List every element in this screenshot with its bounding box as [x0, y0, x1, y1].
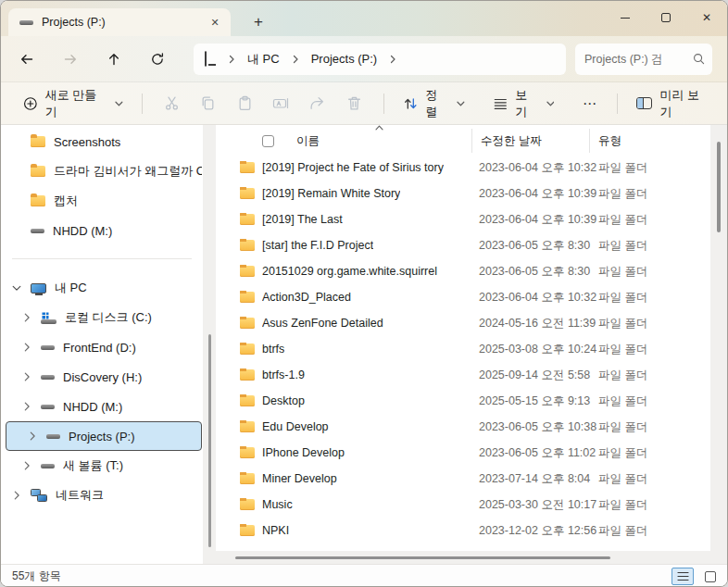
- rename-icon: [272, 95, 289, 111]
- rename-button[interactable]: [263, 88, 299, 119]
- preview-toggle-button[interactable]: 미리 보기: [629, 81, 718, 126]
- table-row[interactable]: Desktop 2025-05-15 오후 9:13 파일 폴더: [216, 388, 710, 414]
- file-name: [2019] Project he Fate of Sirius tory: [262, 161, 444, 174]
- select-all-checkbox[interactable]: [262, 135, 274, 147]
- share-button[interactable]: [299, 88, 335, 119]
- folder-icon: [240, 447, 255, 458]
- sidebar-item-screenshots[interactable]: Screenshots: [1, 127, 202, 156]
- maximize-button[interactable]: [646, 1, 686, 34]
- column-header-date[interactable]: 수정한 날짜: [471, 129, 589, 153]
- new-tab-button[interactable]: +: [245, 9, 271, 35]
- minimize-button[interactable]: [605, 1, 646, 34]
- sidebar-item-frontend-d[interactable]: FrontEnd (D:): [1, 332, 202, 362]
- horizontal-scrollbar-thumb[interactable]: [235, 556, 610, 559]
- folder-icon: [240, 499, 255, 510]
- drive-icon: [41, 405, 55, 409]
- table-row[interactable]: [star] the F.I.D Project 2023-06-05 오후 8…: [216, 232, 710, 258]
- vertical-scrollbar-track[interactable]: [710, 125, 727, 564]
- column-header-name[interactable]: 이름: [240, 129, 471, 153]
- table-row[interactable]: [2019] The Last 2023-06-04 오후 10:39 파일 폴…: [216, 206, 710, 232]
- sidebar-item-capture[interactable]: 캡처: [1, 186, 202, 216]
- table-row[interactable]: Miner Develop 2023-07-14 오후 8:04 파일 폴더: [216, 466, 710, 492]
- table-row[interactable]: [2019] Remain White Story 2023-06-04 오후 …: [216, 181, 710, 206]
- more-options-button[interactable]: ⋯: [574, 88, 605, 119]
- sort-icon: [403, 96, 419, 111]
- file-type: 파일 폴더: [589, 471, 710, 487]
- table-row[interactable]: Edu Develop 2023-06-05 오후 10:38 파일 폴더: [216, 414, 710, 440]
- chevron-right-icon[interactable]: [20, 402, 33, 411]
- table-row[interactable]: [2019] Project he Fate of Sirius tory 20…: [216, 155, 710, 181]
- drive-icon: [19, 20, 33, 25]
- details-view-button[interactable]: [672, 568, 694, 585]
- view-button[interactable]: 보기: [485, 81, 562, 126]
- sidebar-item-new-volume-t[interactable]: 새 볼륨 (T:): [1, 451, 202, 481]
- file-type: 파일 폴더: [589, 445, 710, 461]
- folder-icon: [240, 473, 255, 484]
- search-box[interactable]: [575, 44, 712, 75]
- chevron-right-icon[interactable]: [20, 461, 33, 470]
- preview-pane-icon: [636, 97, 653, 109]
- sidebar-scrollbar-thumb[interactable]: [208, 334, 211, 547]
- view-icon: [493, 96, 508, 111]
- chevron-right-icon[interactable]: [20, 343, 33, 352]
- forward-button[interactable]: [56, 44, 85, 74]
- sidebar-item-projects-p[interactable]: Projects (P:): [6, 421, 202, 451]
- toolbar-divider: [383, 94, 384, 114]
- up-button[interactable]: [99, 44, 129, 74]
- chevron-down-icon[interactable]: [10, 285, 23, 292]
- chevron-down-icon: [115, 101, 123, 106]
- breadcrumb-item-this-pc[interactable]: 내 PC: [244, 49, 283, 69]
- tab-projects[interactable]: Projects (P:) ✕: [8, 8, 231, 36]
- table-row[interactable]: btrfs 2025-03-08 오후 10:24 파일 폴더: [216, 336, 710, 362]
- sidebar-item-nhdd-m[interactable]: NHDD (M:): [1, 392, 202, 421]
- thumbnail-view-button[interactable]: [699, 568, 722, 585]
- paste-button[interactable]: [226, 88, 262, 119]
- table-row[interactable]: btrfs-1.9 2025-09-14 오전 5:58 파일 폴더: [216, 362, 710, 388]
- chevron-right-icon[interactable]: [20, 313, 33, 322]
- horizontal-scrollbar-track[interactable]: [216, 551, 710, 564]
- breadcrumb-item-projects[interactable]: Projects (P:): [308, 50, 382, 68]
- table-row[interactable]: NPKI 2023-12-02 오후 12:56 파일 폴더: [216, 518, 710, 543]
- table-row[interactable]: IPhone Develop 2023-06-05 오후 11:02 파일 폴더: [216, 440, 710, 466]
- sidebar-item-label: NHDD (M:): [63, 400, 122, 414]
- cut-button[interactable]: [154, 88, 190, 119]
- table-row[interactable]: Music 2025-03-30 오전 10:17 파일 폴더: [216, 492, 710, 518]
- sidebar-item-network[interactable]: 네트워크: [1, 481, 202, 510]
- delete-button[interactable]: [335, 88, 371, 119]
- sidebar-item-discovery-h[interactable]: DisCovery (H:): [1, 362, 202, 392]
- sidebar-item-local-disk-c[interactable]: 로컬 디스크 (C:): [1, 303, 202, 332]
- table-row[interactable]: Action3D_Placed 2023-06-04 오후 10:32 파일 폴…: [216, 284, 710, 310]
- maximize-icon: [661, 13, 671, 22]
- table-row[interactable]: 20151029 org.game.white.squirrel 2023-06…: [216, 258, 710, 284]
- back-button[interactable]: [12, 44, 42, 74]
- sidebar-scrollbar-track[interactable]: [203, 125, 216, 564]
- file-type: 파일 폴더: [589, 419, 710, 435]
- close-button[interactable]: ✕: [686, 1, 727, 34]
- chevron-right-icon[interactable]: [20, 372, 33, 381]
- sidebar-item-drama-ost[interactable]: 드라마 김비서가 왜그럴까 OST: [1, 156, 202, 186]
- tab-title: Projects (P:): [42, 16, 205, 29]
- sort-button[interactable]: 정렬: [395, 81, 472, 126]
- file-name: IPhone Develop: [262, 446, 345, 459]
- table-row[interactable]: Asus ZenFone Detailed 2024-05-16 오전 11:3…: [216, 310, 710, 336]
- trash-icon: [346, 95, 362, 111]
- column-header-type[interactable]: 유형: [589, 129, 710, 153]
- refresh-button[interactable]: [143, 44, 172, 74]
- search-input[interactable]: [584, 53, 693, 66]
- folder-icon: [240, 292, 255, 303]
- vertical-scrollbar-thumb[interactable]: [717, 142, 721, 232]
- sidebar-item-this-pc[interactable]: 내 PC: [1, 273, 202, 303]
- file-date: 2023-06-05 오후 8:30: [471, 264, 589, 280]
- file-type: 파일 폴더: [589, 264, 710, 280]
- copy-button[interactable]: [190, 88, 226, 119]
- sidebar-item-nhdd-pinned[interactable]: NHDD (M:): [1, 216, 202, 245]
- new-button[interactable]: 새로 만들기: [16, 81, 131, 126]
- breadcrumb[interactable]: 내 PC Projects (P:): [194, 44, 566, 75]
- chevron-right-icon[interactable]: [10, 491, 23, 500]
- sidebar-item-label: Screenshots: [54, 135, 120, 149]
- file-date: 2023-07-14 오후 8:04: [471, 471, 589, 487]
- chevron-right-icon[interactable]: [26, 431, 39, 441]
- this-pc-icon: [205, 52, 220, 66]
- tab-close-icon[interactable]: ✕: [205, 12, 225, 32]
- file-name: Asus ZenFone Detailed: [262, 317, 383, 330]
